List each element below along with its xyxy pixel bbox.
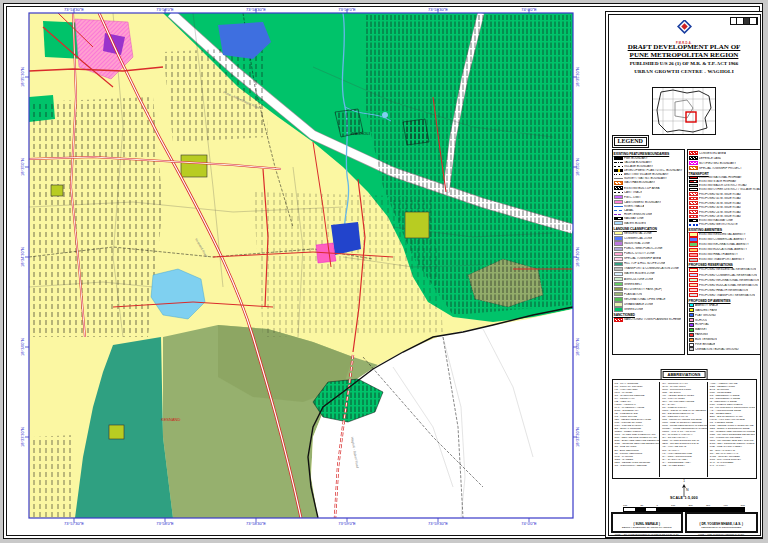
legend-swatch bbox=[614, 236, 623, 240]
legend-swatch bbox=[614, 287, 623, 291]
legend-swatch bbox=[614, 162, 623, 163]
legend-swatch bbox=[614, 186, 623, 190]
legend-item-label: EXISTING OTHER DISTRICT / VILLAGE ROAD bbox=[699, 188, 760, 191]
legend-item-label: SPECIAL TOWNSHIP AREA bbox=[624, 257, 661, 260]
legend-item-label: PROPOSED EDUCATIONAL RESERVATION bbox=[699, 284, 757, 287]
legend-swatch bbox=[689, 278, 698, 282]
legend-swatch bbox=[689, 166, 698, 170]
legend-column-right: CONGESTED AREADEFENCE LANDNOTIFIED SEZ B… bbox=[687, 149, 761, 355]
legend-item-label: EXISTING NATIONAL HIGHWAY bbox=[699, 176, 742, 179]
signatory-name-right: ( DR. YOGESH MHASE, I.A.S. ) bbox=[686, 522, 757, 526]
legend-item: ABUTTING VILLAGE BOUNDARY bbox=[614, 173, 683, 176]
legend-item-label: BIO DIVERSITY PARK (BDP) bbox=[624, 288, 662, 291]
legend-item-label: INDUSTRIAL ZONE bbox=[624, 242, 650, 245]
legend-item-label: GARDEN / PARK bbox=[695, 309, 717, 312]
legend-item: GARDEN / PARK bbox=[689, 308, 761, 312]
scale-tick: 100 bbox=[623, 504, 627, 507]
legend-swatch bbox=[689, 184, 698, 187]
legend-item: PROPOSED HEALTH RESERVATION bbox=[689, 288, 761, 292]
abbreviations-panel: PG - PLAY GROUNDPS - PRIMARY SCHOOLHS - … bbox=[612, 379, 757, 479]
legend-item: SANCTIONED TOWN PLANNING SCHEME bbox=[614, 318, 683, 322]
legend-item-label: HOSPITAL bbox=[695, 323, 709, 326]
plan-title-line2: PUNE METROPOLITAN REGION bbox=[613, 51, 756, 59]
legend-item: NOTIFIED SEZ BOUNDARY bbox=[689, 161, 761, 165]
legend-item-label: EXISTING STATE HIGHWAY bbox=[699, 180, 736, 183]
legend-item-label: MARKET bbox=[695, 328, 707, 331]
legend-column-left: EXISTING FEATURES/BOUNDARIESPMR BOUNDARY… bbox=[612, 149, 685, 355]
legend-swatch bbox=[614, 192, 623, 193]
legend-swatch bbox=[614, 174, 623, 175]
legend-item: EXISTING MAJOR DISTRICT ROAD bbox=[689, 184, 761, 187]
legend-swatch bbox=[689, 219, 698, 222]
signature-right: ( DR. YOGESH MHASE, I.A.S. ) METROPOLITA… bbox=[685, 512, 758, 533]
legend-swatch bbox=[614, 157, 623, 159]
legend-swatch bbox=[614, 178, 623, 179]
legend-item-label: WATER BODIES bbox=[624, 222, 646, 225]
legend-item-label: CREMATION / BURIAL GROUND bbox=[695, 348, 739, 351]
legend-item-label: TALUKA BOUNDARY bbox=[624, 161, 652, 164]
legend-item: PUBLIC UTILITY ZONE bbox=[614, 252, 683, 256]
legend-item: EXISTING STATE HIGHWAY bbox=[689, 180, 761, 183]
legend-item-label: FIRE BRIGADE bbox=[695, 343, 715, 346]
legend-swatch bbox=[689, 318, 694, 322]
index-map[interactable] bbox=[652, 87, 716, 135]
legend-swatch bbox=[614, 221, 623, 225]
legend-item-label: PROPOSED METRO ROUTE bbox=[699, 223, 738, 226]
legend-item-label: EXISTING BUILT-UP AREA bbox=[624, 187, 660, 190]
scale-tick: 300 bbox=[706, 504, 710, 507]
legend-item-label: COMMERCIAL ZONE bbox=[624, 237, 652, 240]
legend-item-label: PROPOSED TRANSPORT RESERVATION bbox=[699, 294, 755, 297]
legend-item: PROPOSED 45 M. WIDE ROAD bbox=[689, 197, 761, 201]
legend-item: TRANSPORT & COMMUNICATION ZONE bbox=[614, 267, 683, 271]
legend-item-label: PROPOSED HEALTH RESERVATION bbox=[699, 289, 748, 292]
legend-item-label: PROPOSED 18 M. WIDE ROAD bbox=[699, 215, 741, 218]
legend-item: HILL TOP & HILL SLOPE ZONE bbox=[614, 262, 683, 266]
legend-item: PROPOSED 30 M. WIDE ROAD bbox=[689, 206, 761, 210]
legend-item: DEVELOPMENT PLAN / U.G.C. BOUNDARY bbox=[614, 169, 683, 172]
map-canvas[interactable]: 73°57′30″E73°58′0″E73°58′30″E73°59′0″E73… bbox=[13, 7, 605, 538]
legend-swatch bbox=[614, 166, 623, 167]
legend-item-label: URBANISABLE ZONE bbox=[624, 303, 653, 306]
legend-item: PROPOSED EDUCATIONAL RESERVATION bbox=[689, 283, 761, 287]
growth-centre-title: URBAN GROWTH CENTRE - WAGHOLI bbox=[613, 69, 756, 74]
legend-section-header: SANCTIONED bbox=[614, 313, 683, 317]
legend-swatch bbox=[614, 241, 623, 245]
legend-item: PROPOSED RECREATIONAL RESERVATION bbox=[689, 278, 761, 282]
legend-swatch bbox=[689, 338, 694, 342]
legend-item: EXISTING BUILT-UP AREA bbox=[614, 186, 683, 190]
legend-item-label: EXISTING COMMERCIAL AMENITY bbox=[699, 238, 746, 241]
legend-swatch bbox=[689, 343, 694, 347]
legend-item-label: PROPOSED 24 M. WIDE ROAD bbox=[699, 211, 741, 214]
legend-item: GREEN ZONE bbox=[614, 307, 683, 311]
scale-tick: 400 bbox=[723, 504, 727, 507]
legend-item-label: SANCTIONED TOWN PLANNING SCHEME bbox=[624, 318, 681, 321]
legend-item-label: AMENITY SPACE bbox=[695, 304, 718, 307]
legend-swatch bbox=[689, 192, 698, 196]
legend-swatch bbox=[614, 277, 623, 281]
legend-swatch bbox=[689, 237, 698, 241]
legend-item: FIRE BRIGADE bbox=[689, 343, 761, 347]
legend-item: PARKING bbox=[689, 333, 761, 337]
svg-text:N: N bbox=[686, 488, 689, 492]
legend-swatch bbox=[614, 210, 623, 211]
legend-swatch bbox=[689, 347, 694, 351]
legend-swatch bbox=[689, 156, 698, 160]
legend-item: CANAL bbox=[614, 209, 683, 212]
legend-item-label: PMR BOUNDARY bbox=[624, 157, 648, 160]
legend-item-label: WATER BODIES ZONE bbox=[624, 272, 655, 275]
legend-item: EXISTING EDUCATIONAL AMENITY bbox=[689, 248, 761, 252]
legend-swatch bbox=[689, 224, 698, 226]
signature-left: ( SUNIL MARALE ) DEPUTY DIRECTOR OF TOWN… bbox=[611, 512, 684, 533]
signatory-note-right: PUNE METROPOLITAN REGION DEVELOPMENT AUT… bbox=[686, 530, 757, 535]
legend-section-header: PROPOSED DP AMENITIES bbox=[689, 299, 761, 303]
scale-tick: 500 bbox=[741, 504, 745, 507]
legend-item: SPECIAL TOWNSHIP AREA bbox=[614, 257, 683, 261]
legend-item: EXISTING HEALTH AMENITY bbox=[689, 253, 761, 257]
legend-item-label: NOTIFIED SEZ BOUNDARY bbox=[699, 162, 736, 165]
legend-item-label: RIVER / NALLA bbox=[624, 205, 644, 208]
legend-swatch bbox=[614, 318, 623, 322]
legend-item-label: PROPOSED 45 M. WIDE ROAD bbox=[699, 197, 741, 200]
legend-item: PROPOSED TRANSPORT RESERVATION bbox=[689, 293, 761, 297]
legend-item: CONGESTED AREA bbox=[689, 151, 761, 155]
coordinate-label: 18°34′30″N bbox=[20, 247, 25, 267]
